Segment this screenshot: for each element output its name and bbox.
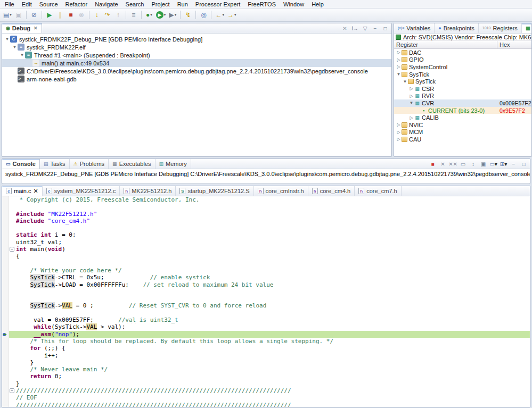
editor-ruler[interactable] (2, 196, 9, 203)
run-button[interactable]: ▶▾ (154, 10, 168, 20)
instruction-stepping-toggle[interactable]: i→ (350, 24, 359, 32)
code-line[interactable]: while(SysTick->VAL > val); (2, 323, 530, 330)
code-line[interactable] (2, 224, 530, 231)
code-line[interactable]: → __asm("nop"); (2, 331, 530, 338)
code-line[interactable]: −///////////////////////////////////////… (2, 387, 530, 394)
menu-item-window[interactable]: Window (280, 1, 308, 8)
tree-expander-icon[interactable]: ▷ (396, 64, 402, 69)
pin-console-button[interactable]: ▣ (479, 160, 488, 168)
hex-column-header[interactable]: Hex (497, 41, 531, 48)
tab-breakpoints[interactable]: ●Breakpoints (435, 23, 479, 33)
editor-tab-system_MK22F51212-c[interactable]: csystem_MK22F51212.c (43, 186, 120, 196)
terminate-console-button[interactable]: ■ (428, 160, 437, 168)
tree-expander-icon[interactable]: ▷ (396, 50, 402, 55)
suspend-button[interactable]: ∥ (55, 10, 66, 20)
editor-ruler[interactable] (2, 288, 9, 295)
remove-all-terminated-button[interactable]: ✕ (340, 24, 349, 32)
code-line[interactable]: i++; (2, 352, 530, 359)
register-row[interactable]: ▼▦CVR0x009E57F2 (394, 99, 531, 107)
code-editor[interactable]: * Copyright (c) 2015, Freescale Semicond… (2, 196, 530, 407)
tree-expander-icon[interactable]: ▷ (408, 115, 414, 120)
tree-expander-icon[interactable]: ▷ (396, 130, 402, 135)
menu-item-help[interactable]: Help (308, 1, 328, 8)
editor-ruler[interactable] (2, 338, 9, 345)
menu-item-processor-expert[interactable]: Processor Expert (192, 1, 244, 8)
close-icon[interactable]: ✕ (33, 188, 38, 195)
skip-all-breakpoints-button[interactable]: ⊘ (29, 10, 39, 20)
debug-tree-row[interactable]: >_C:\DriverE\Freescale\KDS_3.0.0\eclipse… (2, 67, 391, 75)
editor-tab-MK22F51212-h[interactable]: hMK22F51212.h (120, 186, 176, 196)
step-return-button[interactable]: ↑ (113, 10, 124, 20)
tab-problems[interactable]: ⚠Problems (70, 159, 109, 169)
code-line[interactable]: /* This for loop should be replaced. By … (2, 338, 530, 345)
editor-ruler[interactable] (2, 246, 9, 253)
editor-ruler[interactable] (2, 402, 9, 407)
debug-tree-row[interactable]: >_arm-none-eabi-gdb (2, 75, 391, 83)
editor-ruler[interactable] (2, 267, 9, 274)
menu-item-project[interactable]: Project (148, 1, 173, 8)
menu-item-freertos[interactable]: FreeRTOS (244, 1, 280, 8)
external-tools-button[interactable]: ▶▾ (167, 10, 178, 20)
tab-memory[interactable]: ▥Memory (155, 159, 191, 169)
register-column-header[interactable]: Register (394, 41, 497, 48)
code-line[interactable]: { (2, 253, 530, 260)
register-row[interactable]: ▷▦CALIB (394, 114, 531, 121)
code-line[interactable]: return 0; (2, 373, 530, 380)
code-line[interactable]: * Copyright (c) 2015, Freescale Semicond… (2, 196, 530, 203)
maximize-button[interactable]: □ (381, 24, 390, 32)
code-line[interactable]: uint32_t val; (2, 239, 530, 246)
menu-item-file[interactable]: File (1, 1, 18, 8)
clear-console-button[interactable]: ▭ (459, 160, 468, 168)
code-line[interactable]: SysTick->LOAD = 0x00FFFFFFu; // set relo… (2, 281, 530, 288)
display-selected-console-button[interactable]: ▭▾ (489, 160, 498, 168)
menu-item-source[interactable]: Source (36, 1, 62, 8)
code-line[interactable]: SysTick->CTRL = 0x5u; // enable systick (2, 274, 530, 281)
search-button[interactable]: ◎ (198, 10, 209, 20)
tree-expander-icon[interactable]: ▼ (408, 101, 414, 105)
code-line[interactable]: /* Never leave main */ (2, 366, 530, 373)
code-line[interactable]: // EOF (2, 394, 530, 401)
editor-ruler[interactable] (2, 345, 9, 352)
code-line[interactable]: val = 0x009E57FF; //val is uint32_t (2, 317, 530, 323)
remove-launch-button[interactable]: ✕ (438, 160, 447, 168)
register-row[interactable]: ▷DAC (394, 49, 531, 56)
editor-ruler[interactable] (2, 394, 9, 401)
flash-programmer-button[interactable]: ↯ (183, 10, 193, 20)
code-line[interactable] (2, 310, 530, 317)
editor-ruler[interactable] (2, 281, 9, 288)
editor-tab-core_cm4-h[interactable]: hcore_cm4.h (308, 186, 355, 196)
editor-tab-core_cmInstr-h[interactable]: hcore_cmInstr.h (254, 186, 308, 196)
tree-expander-icon[interactable]: ▼ (4, 37, 10, 41)
editor-tab-main-c[interactable]: cmain.c✕ (2, 186, 43, 196)
editor-ruler[interactable] (2, 218, 9, 224)
menu-item-search[interactable]: Search (122, 1, 148, 8)
tree-expander-icon[interactable]: ▷ (396, 122, 402, 127)
debug-tree-row[interactable]: ▼≡systick_FRDMK22F.elf (2, 43, 391, 51)
editor-ruler[interactable] (2, 203, 9, 210)
editor-ruler[interactable]: → (2, 331, 9, 338)
code-line[interactable] (2, 288, 530, 295)
editor-ruler[interactable] (2, 260, 9, 267)
disconnect-button[interactable]: ⊗ (76, 10, 87, 20)
tab-console[interactable]: ▭Console (2, 159, 40, 169)
debug-tree-row[interactable]: →main() at main.c:49 0x534 (2, 59, 391, 67)
menu-item-refactor[interactable]: Refactor (62, 1, 92, 8)
tree-expander-icon[interactable]: ▷ (408, 86, 414, 91)
register-row[interactable]: ▷MCM (394, 129, 531, 136)
code-line[interactable]: static int i = 0; (2, 231, 530, 238)
register-row[interactable]: ▷GPIO (394, 56, 531, 64)
editor-ruler[interactable] (2, 295, 9, 302)
tree-expander-icon[interactable]: ▷ (396, 137, 402, 141)
save-button[interactable]: ▣ (13, 10, 24, 20)
editor-ruler[interactable] (2, 231, 9, 238)
open-console-button[interactable]: ⊞▾ (499, 160, 508, 168)
editor-ruler[interactable] (2, 380, 9, 387)
register-row[interactable]: ▷CAU (394, 136, 531, 143)
scroll-lock-button[interactable]: ↕ (469, 160, 478, 168)
editor-ruler[interactable] (2, 352, 9, 359)
back-button[interactable]: ←▾ (214, 10, 226, 20)
code-line[interactable] (2, 203, 530, 210)
editor-tab-core_cm7-h[interactable]: hcore_cm7.h (355, 186, 401, 196)
debug-button[interactable]: ●▾ (144, 10, 154, 20)
resume-button[interactable]: ▶ (44, 10, 55, 20)
